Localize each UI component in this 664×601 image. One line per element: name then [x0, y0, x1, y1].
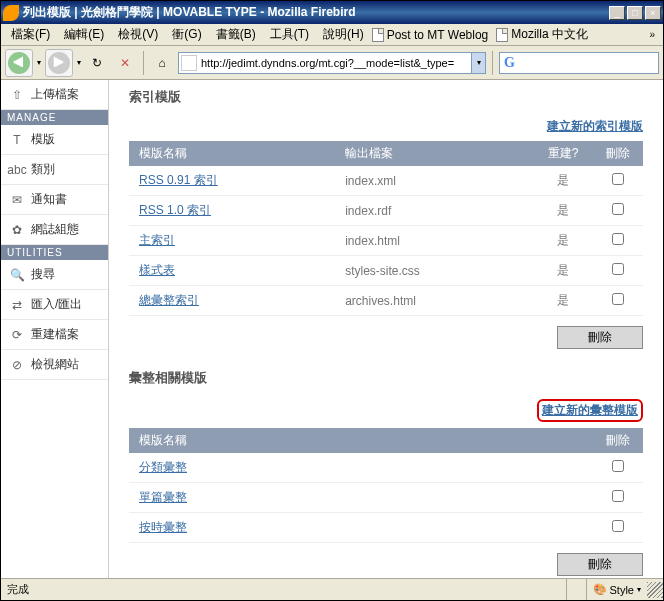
forward-button[interactable]: ⯈ [45, 49, 73, 77]
delete-checkbox[interactable] [612, 173, 624, 185]
sidebar-header-manage: MANAGE [1, 110, 108, 125]
create-archive-link[interactable]: 建立新的彙整模版 [542, 403, 638, 417]
menu-bookmarks[interactable]: 書籤(B) [210, 24, 262, 45]
section-archive-title: 彙整相關模版 [129, 369, 643, 387]
close-button[interactable]: × [645, 6, 661, 20]
sidebar-notify[interactable]: ✉通知書 [1, 185, 108, 215]
menu-edit[interactable]: 編輯(E) [58, 24, 110, 45]
delete-button-1[interactable]: 刪除 [557, 326, 643, 349]
category-icon: abc [9, 162, 25, 178]
sidebar-import[interactable]: ⇄匯入/匯出 [1, 290, 108, 320]
sidebar: ⇧上傳檔案 MANAGE T模版 abc類別 ✉通知書 ✿網誌組態 UTILIT… [1, 80, 109, 578]
delete-button-2[interactable]: 刪除 [557, 553, 643, 576]
status-text: 完成 [1, 582, 566, 597]
template-link[interactable]: 單篇彙整 [139, 490, 187, 504]
template-link[interactable]: 樣式表 [139, 263, 175, 277]
delete-checkbox[interactable] [612, 203, 624, 215]
document-icon [372, 28, 384, 42]
address-bar[interactable]: http://jedimt.dyndns.org/mt.cgi?__mode=l… [178, 52, 486, 74]
delete-checkbox[interactable] [612, 460, 624, 472]
delete-checkbox[interactable] [612, 490, 624, 502]
menu-go[interactable]: 衝(G) [166, 24, 207, 45]
sidebar-upload[interactable]: ⇧上傳檔案 [1, 80, 108, 110]
sidebar-categories[interactable]: abc類別 [1, 155, 108, 185]
index-templates-table: 模版名稱 輸出檔案 重建? 刪除 RSS 0.91 索引 index.xml 是… [129, 141, 643, 316]
style-switcher[interactable]: 🎨 Style ▾ [586, 579, 647, 600]
sidebar-search[interactable]: 🔍搜尋 [1, 260, 108, 290]
menu-view[interactable]: 檢視(V) [112, 24, 164, 45]
import-icon: ⇄ [9, 297, 25, 313]
sidebar-rebuild[interactable]: ⟳重建檔案 [1, 320, 108, 350]
main-panel: 索引模版 建立新的索引模版 模版名稱 輸出檔案 重建? 刪除 RSS 0.91 … [109, 80, 663, 578]
rebuild-flag: 是 [533, 256, 593, 286]
delete-checkbox[interactable] [612, 233, 624, 245]
google-icon: G [504, 55, 515, 71]
document-icon [496, 28, 508, 42]
url-text[interactable]: http://jedimt.dyndns.org/mt.cgi?__mode=l… [199, 57, 471, 69]
col-name: 模版名稱 [129, 141, 335, 166]
output-file: index.rdf [335, 196, 533, 226]
bookmark-link-2[interactable]: Mozilla 中文化 [496, 26, 588, 43]
table-row: RSS 1.0 索引 index.rdf 是 [129, 196, 643, 226]
create-index-link-row: 建立新的索引模版 [129, 118, 643, 135]
table-row: 分類彙整 [129, 453, 643, 483]
site-icon [181, 55, 197, 71]
sidebar-view[interactable]: ⊘檢視網站 [1, 350, 108, 380]
menu-help[interactable]: 說明(H) [317, 24, 370, 45]
resize-grip[interactable] [647, 582, 663, 598]
template-link[interactable]: 按時彙整 [139, 520, 187, 534]
delete-row-1: 刪除 [129, 316, 643, 369]
status-section [566, 579, 586, 600]
output-file: index.html [335, 226, 533, 256]
menu-tools[interactable]: 工具(T) [264, 24, 315, 45]
menu-overflow[interactable]: » [645, 29, 659, 40]
rebuild-flag: 是 [533, 286, 593, 316]
search-box[interactable]: G [499, 52, 659, 74]
table-row: 單篇彙整 [129, 483, 643, 513]
template-link[interactable]: 分類彙整 [139, 460, 187, 474]
sidebar-header-utilities: UTILITIES [1, 245, 108, 260]
col-delete: 刪除 [593, 428, 643, 453]
table-row: 按時彙整 [129, 513, 643, 543]
create-archive-link-row: 建立新的彙整模版 [129, 399, 643, 422]
toolbar-separator [143, 51, 144, 75]
col-delete: 刪除 [593, 141, 643, 166]
rebuild-flag: 是 [533, 226, 593, 256]
template-link[interactable]: 總彙整索引 [139, 293, 199, 307]
reload-button[interactable]: ↻ [85, 51, 109, 75]
eye-icon: ⊘ [9, 357, 25, 373]
gear-icon: ✿ [9, 222, 25, 238]
upload-icon: ⇧ [9, 87, 25, 103]
back-dropdown[interactable]: ▾ [37, 58, 41, 67]
window-controls: _ □ × [609, 6, 661, 20]
mail-icon: ✉ [9, 192, 25, 208]
app-icon [3, 5, 19, 21]
template-link[interactable]: RSS 0.91 索引 [139, 173, 218, 187]
delete-checkbox[interactable] [612, 263, 624, 275]
bookmark-link-1[interactable]: Post to MT Weblog [372, 28, 489, 42]
menu-file[interactable]: 檔案(F) [5, 24, 56, 45]
home-button[interactable]: ⌂ [150, 51, 174, 75]
back-button[interactable]: ⯇ [5, 49, 33, 77]
template-link[interactable]: RSS 1.0 索引 [139, 203, 211, 217]
forward-dropdown[interactable]: ▾ [77, 58, 81, 67]
delete-checkbox[interactable] [612, 520, 624, 532]
template-link[interactable]: 主索引 [139, 233, 175, 247]
delete-checkbox[interactable] [612, 293, 624, 305]
sidebar-config[interactable]: ✿網誌組態 [1, 215, 108, 245]
template-icon: T [9, 132, 25, 148]
maximize-button[interactable]: □ [627, 6, 643, 20]
stop-button[interactable]: ✕ [113, 51, 137, 75]
rebuild-icon: ⟳ [9, 327, 25, 343]
create-index-link[interactable]: 建立新的索引模版 [547, 119, 643, 133]
menu-bar: 檔案(F) 編輯(E) 檢視(V) 衝(G) 書籤(B) 工具(T) 說明(H)… [1, 24, 663, 46]
window-title-bar: 列出模版 | 光劍格鬥學院 | MOVABLE TYPE - Mozilla F… [1, 1, 663, 24]
status-bar: 完成 🎨 Style ▾ [1, 578, 663, 600]
table-row: 總彙整索引 archives.html 是 [129, 286, 643, 316]
table-row: 樣式表 styles-site.css 是 [129, 256, 643, 286]
sidebar-templates[interactable]: T模版 [1, 125, 108, 155]
minimize-button[interactable]: _ [609, 6, 625, 20]
url-dropdown[interactable]: ▾ [471, 53, 485, 73]
col-output: 輸出檔案 [335, 141, 533, 166]
section-index-title: 索引模版 [129, 88, 643, 106]
